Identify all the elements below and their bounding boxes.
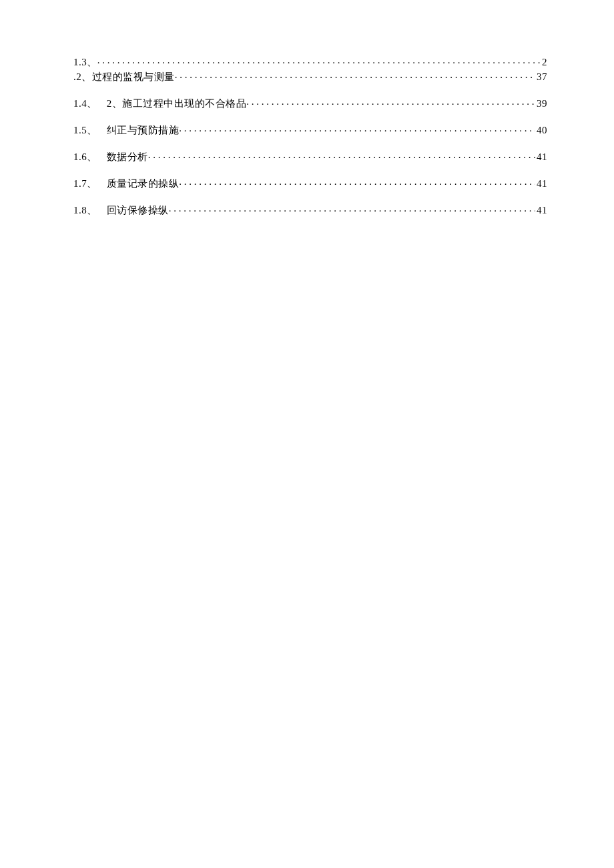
toc-entry: .2、过程的监视与测量 37 [73,70,547,82]
toc-leader [179,177,535,187]
toc-label: 1.5、纠正与预防措施 [73,125,179,135]
toc-page: 41 [535,205,547,215]
toc-label: .2、过程的监视与测量 [73,72,175,82]
toc-title: 回访保修操纵 [107,205,169,215]
toc-leader [246,97,535,107]
toc-label: 1.4、2、施工过程中出现的不合格品 [73,99,246,109]
toc-number: 1.7、 [73,178,97,189]
table-of-contents: 1.3、 2 .2、过程的监视与测量 37 1.4、2、施工过程中出现的不合格品… [73,55,547,215]
toc-number: 1.8、 [73,205,97,215]
toc-page: 40 [535,125,547,135]
toc-entry: 1.7、质量记录的操纵 41 [73,177,547,189]
toc-page: 37 [535,72,547,82]
toc-leader [175,70,535,80]
toc-entry: 1.6、数据分析 41 [73,150,547,162]
toc-page: 41 [535,179,547,189]
toc-entry: 1.5、纠正与预防措施 40 [73,123,547,135]
toc-title: 质量记录的操纵 [107,178,180,189]
toc-title: 纠正与预防措施 [107,125,180,135]
toc-leader [97,55,541,65]
toc-label: 1.6、数据分析 [73,152,148,162]
toc-page: 39 [535,99,547,109]
toc-leader [169,203,535,213]
toc-label: 1.3、 [73,57,97,67]
toc-label: 1.7、质量记录的操纵 [73,179,179,189]
toc-entry: 1.3、 2 [73,55,547,67]
toc-entry: 1.4、2、施工过程中出现的不合格品 39 [73,97,547,109]
toc-number: 1.5、 [73,125,97,135]
toc-number: 1.6、 [73,151,97,162]
toc-page: 41 [535,152,547,162]
toc-title: 数据分析 [107,151,148,162]
toc-number: 1.4、 [73,98,97,109]
toc-entry: 1.8、回访保修操纵 41 [73,203,547,215]
toc-page: 2 [541,57,547,67]
toc-label: 1.8、回访保修操纵 [73,205,169,215]
toc-leader [179,123,535,133]
toc-leader [148,150,535,160]
toc-title: 2、施工过程中出现的不合格品 [107,98,247,109]
